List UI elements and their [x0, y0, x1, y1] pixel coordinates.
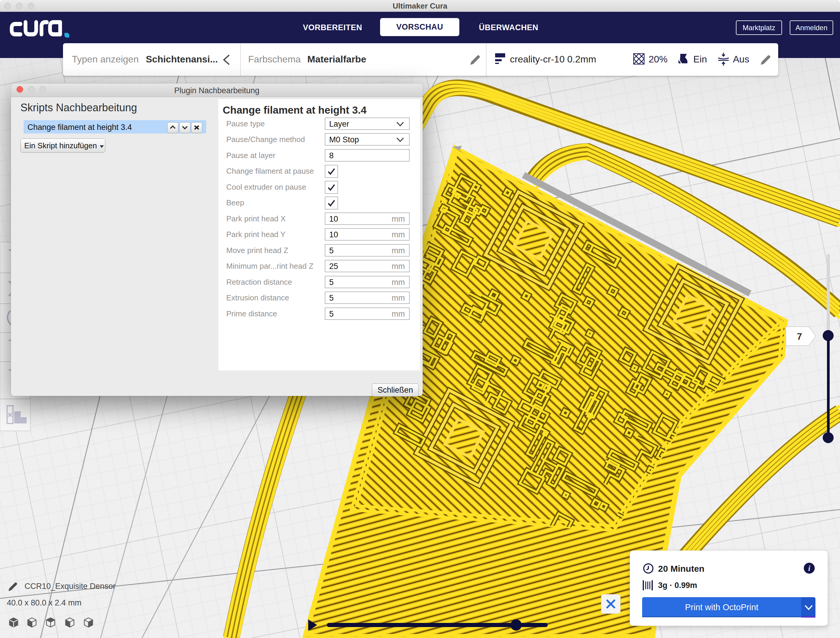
svg-text:i: i — [808, 564, 810, 573]
svg-text:7: 7 — [797, 331, 802, 342]
